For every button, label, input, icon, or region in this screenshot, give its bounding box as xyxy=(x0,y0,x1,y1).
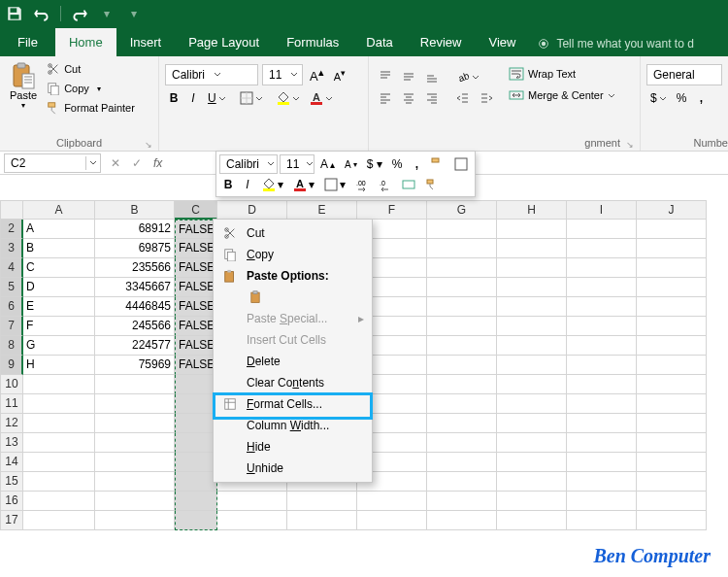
cell[interactable] xyxy=(567,336,637,356)
cell[interactable]: G xyxy=(23,336,95,356)
cut-button[interactable]: Cut xyxy=(43,60,139,78)
cell[interactable] xyxy=(497,258,567,278)
bold-button[interactable]: B xyxy=(165,89,182,107)
cell[interactable] xyxy=(497,317,567,336)
cell[interactable] xyxy=(427,278,497,297)
cell[interactable] xyxy=(567,220,637,239)
row-header[interactable]: 17 xyxy=(0,511,23,530)
cell[interactable] xyxy=(175,511,217,530)
fill-color-button[interactable] xyxy=(273,89,304,107)
cell[interactable] xyxy=(23,472,95,492)
cell[interactable] xyxy=(637,317,707,336)
cell[interactable] xyxy=(567,278,637,297)
number-format-combo[interactable]: General xyxy=(646,64,722,85)
row-header[interactable]: 8 xyxy=(0,336,23,356)
col-header-H[interactable]: H xyxy=(497,200,567,220)
cell[interactable] xyxy=(637,375,707,394)
mini-format-painter[interactable] xyxy=(421,176,443,193)
cell[interactable] xyxy=(175,394,217,414)
cell[interactable] xyxy=(567,492,637,511)
cell[interactable] xyxy=(95,511,175,530)
format-painter-button[interactable]: Format Painter xyxy=(43,99,139,117)
cell[interactable] xyxy=(637,258,707,278)
cell[interactable] xyxy=(497,453,567,472)
cell[interactable]: H xyxy=(23,356,95,375)
cell[interactable]: FALSE xyxy=(175,278,217,297)
decrease-indent[interactable] xyxy=(452,89,474,107)
row-header[interactable]: 9 xyxy=(0,356,23,375)
merge-center-button[interactable]: Merge & Center xyxy=(505,85,619,105)
cell[interactable] xyxy=(95,433,175,453)
align-center[interactable] xyxy=(398,89,419,107)
cell[interactable] xyxy=(497,356,567,375)
cell[interactable] xyxy=(497,511,567,530)
mini-comma[interactable]: , xyxy=(408,155,425,173)
undo-icon[interactable] xyxy=(33,5,50,22)
cell[interactable]: FALSE xyxy=(175,297,217,317)
row-header[interactable]: 7 xyxy=(0,317,23,336)
currency-button[interactable]: $ xyxy=(646,89,671,107)
ctx-clear-contents[interactable]: Clear Contents xyxy=(214,372,372,393)
cell[interactable] xyxy=(175,433,217,453)
align-bottom[interactable] xyxy=(421,68,443,85)
row-header[interactable]: 15 xyxy=(0,472,23,492)
col-header-B[interactable]: B xyxy=(95,200,175,220)
cell[interactable]: D xyxy=(23,278,95,297)
increase-font-size[interactable]: A▴ xyxy=(307,66,327,84)
cell[interactable] xyxy=(497,492,567,511)
orientation-button[interactable]: ab xyxy=(452,68,483,85)
cell[interactable] xyxy=(95,472,175,492)
increase-indent[interactable] xyxy=(476,89,497,107)
cell[interactable] xyxy=(217,511,287,530)
cell[interactable]: 3345667 xyxy=(95,278,175,297)
cell[interactable] xyxy=(23,433,95,453)
cell[interactable] xyxy=(567,511,637,530)
cell[interactable] xyxy=(637,511,707,530)
mini-borders-icon[interactable] xyxy=(450,155,472,173)
cell[interactable]: FALSE xyxy=(175,336,217,356)
mini-inc-decimal[interactable]: .00 xyxy=(351,176,373,193)
border-button[interactable] xyxy=(236,89,267,107)
cell[interactable] xyxy=(427,258,497,278)
cell[interactable] xyxy=(637,492,707,511)
cell[interactable] xyxy=(95,414,175,433)
ctx-unhide[interactable]: Unhide xyxy=(214,458,372,479)
cell[interactable] xyxy=(497,336,567,356)
underline-button[interactable]: U xyxy=(204,89,230,107)
cell[interactable] xyxy=(567,433,637,453)
tab-data[interactable]: Data xyxy=(352,28,406,56)
cell[interactable] xyxy=(427,317,497,336)
tab-insert[interactable]: Insert xyxy=(116,28,176,56)
cell[interactable]: 224577 xyxy=(95,336,175,356)
cell[interactable] xyxy=(637,239,707,258)
ctx-column-width[interactable]: Column Width... xyxy=(214,415,372,436)
cell[interactable] xyxy=(567,258,637,278)
font-color-button[interactable]: A xyxy=(306,89,337,107)
row-header[interactable]: 2 xyxy=(0,220,23,239)
ctx-paste-special[interactable]: Paste Special... ▸ xyxy=(214,308,372,329)
col-header-C[interactable]: C xyxy=(175,200,217,220)
col-header-A[interactable]: A xyxy=(23,200,95,220)
ctx-copy[interactable]: Copy xyxy=(214,244,372,265)
cell[interactable] xyxy=(427,356,497,375)
tab-formulas[interactable]: Formulas xyxy=(273,28,352,56)
cell[interactable]: FALSE xyxy=(175,356,217,375)
cell[interactable] xyxy=(427,433,497,453)
cell[interactable] xyxy=(637,433,707,453)
col-header-D[interactable]: D xyxy=(217,200,287,220)
cell[interactable] xyxy=(23,492,95,511)
cancel-button[interactable]: ✕ xyxy=(105,156,126,170)
alignment-launcher[interactable] xyxy=(626,137,636,147)
cell[interactable]: 245566 xyxy=(95,317,175,336)
comma-button[interactable]: , xyxy=(692,89,710,107)
col-header-I[interactable]: I xyxy=(567,200,637,220)
mini-italic[interactable]: I xyxy=(239,176,256,193)
cell[interactable]: C xyxy=(23,258,95,278)
cell[interactable]: FALSE xyxy=(175,220,217,239)
cell[interactable] xyxy=(497,375,567,394)
cell[interactable] xyxy=(567,394,637,414)
mini-font-color[interactable]: A▾ xyxy=(289,176,318,193)
cell[interactable] xyxy=(567,472,637,492)
cell[interactable] xyxy=(567,453,637,472)
touch-mode-icon[interactable]: ▾ xyxy=(98,5,116,22)
